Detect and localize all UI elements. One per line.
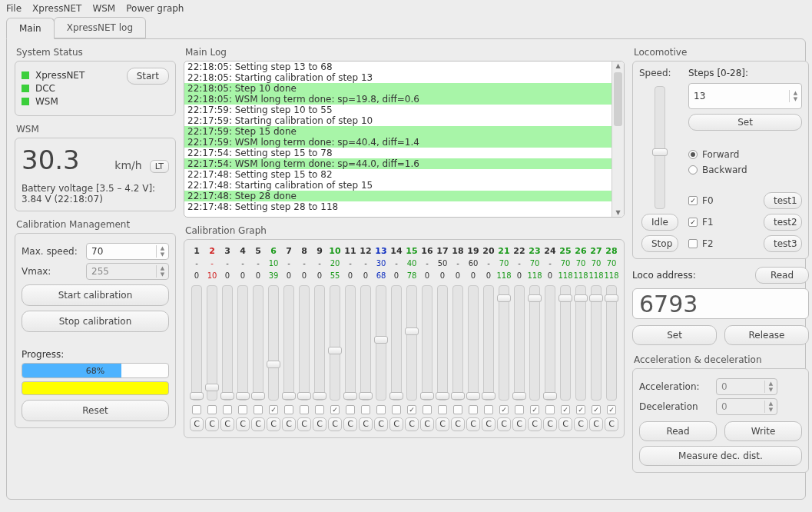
measure-dec-button[interactable]: Measure dec. dist. — [639, 446, 802, 466]
cal-checkbox[interactable] — [438, 405, 447, 414]
cal-c-button[interactable]: C — [205, 417, 219, 431]
cal-c-button[interactable]: C — [190, 417, 204, 431]
tab-xpressnet-log[interactable]: XpressNET log — [54, 17, 146, 38]
set-steps-button[interactable]: Set — [688, 114, 802, 131]
f1-checkbox[interactable]: F1 — [688, 217, 714, 228]
cal-c-button[interactable]: C — [405, 417, 419, 431]
cal-checkbox[interactable]: ✓ — [407, 405, 416, 414]
f2-checkbox[interactable]: F2 — [688, 238, 714, 249]
slider-thumb-icon[interactable] — [528, 294, 542, 302]
slider-thumb-icon[interactable] — [359, 392, 373, 400]
f0-checkbox[interactable]: F0 — [688, 195, 714, 206]
read-accel-button[interactable]: Read — [639, 421, 717, 441]
slider-thumb-icon[interactable] — [543, 392, 557, 400]
scroll-up-icon[interactable]: ▲ — [612, 62, 624, 69]
cal-checkbox[interactable]: ✓ — [607, 405, 616, 414]
cal-slider[interactable] — [591, 285, 602, 401]
log-line[interactable]: 22:17:59: WSM long term done: sp=40.4, d… — [184, 137, 611, 148]
log-line[interactable]: 22:18:05: Setting step 13 to 68 — [184, 62, 611, 72]
cal-checkbox[interactable] — [361, 405, 370, 414]
slider-thumb-icon[interactable] — [374, 336, 388, 344]
cal-slider[interactable] — [560, 285, 571, 401]
idle-button[interactable]: Idle — [641, 214, 678, 231]
cal-slider[interactable] — [299, 285, 310, 401]
cal-c-button[interactable]: C — [605, 417, 618, 431]
write-accel-button[interactable]: Write — [724, 421, 802, 441]
cal-checkbox[interactable] — [254, 405, 263, 414]
cal-c-button[interactable]: C — [528, 417, 542, 431]
cal-checkbox[interactable] — [423, 405, 432, 414]
cal-checkbox[interactable] — [192, 405, 201, 414]
cal-checkbox[interactable]: ✓ — [592, 405, 601, 414]
cal-slider[interactable] — [237, 285, 248, 401]
scroll-down-icon[interactable]: ▼ — [612, 209, 624, 216]
menu-power-graph[interactable]: Power graph — [126, 3, 184, 14]
cal-slider[interactable] — [345, 285, 356, 401]
log-line[interactable]: 22:18:05: Starting calibration of step 1… — [184, 72, 611, 83]
cal-c-button[interactable]: C — [236, 417, 250, 431]
slider-thumb-icon[interactable] — [220, 392, 234, 400]
stop-button[interactable]: Stop — [641, 235, 678, 252]
cal-checkbox[interactable] — [223, 405, 232, 414]
cal-c-button[interactable]: C — [251, 417, 265, 431]
test1-button[interactable]: test1 — [764, 192, 802, 209]
read-address-button[interactable]: Read — [755, 267, 809, 284]
slider-thumb-icon[interactable] — [451, 392, 465, 400]
cal-c-button[interactable]: C — [574, 417, 588, 431]
cal-slider[interactable] — [575, 285, 586, 401]
cal-c-button[interactable]: C — [374, 417, 388, 431]
cal-slider[interactable] — [330, 285, 340, 401]
cal-checkbox[interactable] — [238, 405, 247, 414]
cal-checkbox[interactable]: ✓ — [576, 405, 585, 414]
test2-button[interactable]: test2 — [764, 214, 802, 231]
menu-xpressnet[interactable]: XpressNET — [32, 3, 81, 14]
slider-thumb-icon[interactable] — [574, 294, 588, 302]
spin-arrows-icon[interactable]: ▲▼ — [764, 401, 777, 413]
cal-checkbox[interactable]: ✓ — [561, 405, 570, 414]
slider-thumb-icon[interactable] — [558, 294, 572, 302]
spin-arrows-icon[interactable]: ▲▼ — [156, 265, 168, 278]
log-line[interactable]: 22:17:48: Starting calibration of step 1… — [184, 180, 611, 191]
cal-slider[interactable] — [483, 285, 494, 401]
cal-slider[interactable] — [514, 285, 525, 401]
cal-slider[interactable] — [468, 285, 479, 401]
slider-thumb-icon[interactable] — [405, 327, 419, 335]
cal-checkbox[interactable] — [315, 405, 324, 414]
cal-slider[interactable] — [422, 285, 433, 401]
cal-c-button[interactable]: C — [328, 417, 342, 431]
cal-slider[interactable] — [529, 285, 540, 401]
spin-arrows-icon[interactable]: ▲▼ — [764, 381, 777, 393]
cal-slider[interactable] — [253, 285, 263, 401]
cal-slider[interactable] — [376, 285, 386, 401]
slider-thumb-icon[interactable] — [205, 384, 219, 391]
log-line[interactable]: 22:17:48: Setting step 15 to 82 — [184, 169, 611, 180]
start-button[interactable]: Start — [127, 68, 169, 85]
cal-slider[interactable] — [191, 285, 202, 401]
vmax-input[interactable]: 255 ▲▼ — [86, 263, 169, 280]
slider-thumb-icon[interactable] — [282, 392, 296, 400]
slider-thumb-icon[interactable] — [466, 392, 480, 400]
cal-checkbox[interactable] — [515, 405, 524, 414]
slider-thumb-icon[interactable] — [328, 347, 342, 354]
cal-slider[interactable] — [360, 285, 371, 401]
log-line[interactable]: 22:17:59: Setting step 10 to 55 — [184, 105, 611, 115]
acceleration-input[interactable]: 0 ▲▼ — [716, 378, 777, 395]
forward-radio[interactable]: Forward — [688, 149, 802, 160]
slider-thumb-icon[interactable] — [436, 392, 449, 400]
log-line[interactable]: 22:18:05: WSM long term done: sp=19.8, d… — [184, 94, 611, 105]
cal-c-button[interactable]: C — [282, 417, 296, 431]
cal-slider[interactable] — [437, 285, 448, 401]
cal-slider[interactable] — [207, 285, 217, 401]
log-line[interactable]: 22:17:59: Step 15 done — [184, 126, 611, 137]
cal-c-button[interactable]: C — [267, 417, 280, 431]
cal-checkbox[interactable] — [376, 405, 386, 414]
log-lines[interactable]: 22:18:05: Setting step 13 to 6822:18:05:… — [184, 62, 611, 217]
log-line[interactable]: 22:17:48: Setting step 28 to 118 — [184, 201, 611, 212]
cal-checkbox[interactable] — [469, 405, 478, 414]
log-line[interactable]: 22:17:48: Step 28 done — [184, 191, 611, 201]
log-line[interactable]: 22:18:05: Step 10 done — [184, 83, 611, 94]
speed-slider[interactable] — [655, 86, 665, 209]
cal-c-button[interactable]: C — [512, 417, 526, 431]
cal-slider[interactable] — [452, 285, 463, 401]
start-calibration-button[interactable]: Start calibration — [22, 284, 169, 306]
